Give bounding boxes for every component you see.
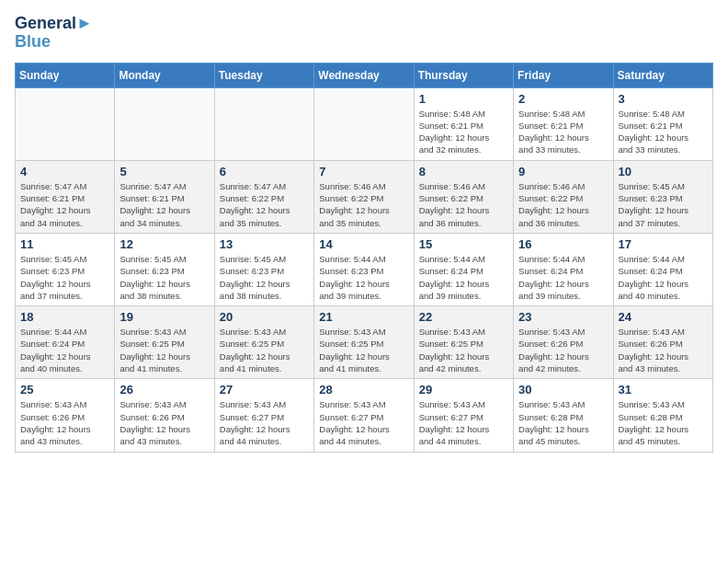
day-info: Sunrise: 5:47 AM Sunset: 6:21 PM Dayligh…	[119, 180, 209, 229]
day-number: 25	[20, 383, 109, 396]
day-number: 31	[619, 383, 708, 396]
calendar-cell: 5Sunrise: 5:47 AM Sunset: 6:21 PM Daylig…	[115, 160, 214, 233]
calendar-cell: 4Sunrise: 5:47 AM Sunset: 6:21 PM Daylig…	[16, 160, 115, 233]
day-number: 11	[20, 237, 109, 251]
calendar-cell: 12Sunrise: 5:45 AM Sunset: 6:23 PM Dayli…	[115, 233, 214, 305]
day-number: 12	[119, 237, 209, 251]
day-number: 30	[518, 383, 608, 396]
weekday-header-friday: Friday	[514, 63, 613, 87]
logo-text: General► Blue	[15, 15, 93, 52]
calendar-cell: 16Sunrise: 5:44 AM Sunset: 6:24 PM Dayli…	[514, 233, 613, 305]
day-number: 28	[319, 383, 408, 396]
day-info: Sunrise: 5:44 AM Sunset: 6:24 PM Dayligh…	[619, 253, 708, 302]
day-info: Sunrise: 5:48 AM Sunset: 6:21 PM Dayligh…	[619, 108, 708, 156]
weekday-header-saturday: Saturday	[613, 63, 712, 87]
calendar-cell: 10Sunrise: 5:45 AM Sunset: 6:23 PM Dayli…	[613, 160, 712, 233]
weekday-header-sunday: Sunday	[16, 63, 115, 87]
calendar-cell: 11Sunrise: 5:45 AM Sunset: 6:23 PM Dayli…	[16, 233, 115, 305]
day-number: 4	[20, 165, 109, 178]
calendar-week-3: 11Sunrise: 5:45 AM Sunset: 6:23 PM Dayli…	[16, 233, 713, 305]
day-info: Sunrise: 5:46 AM Sunset: 6:22 PM Dayligh…	[319, 180, 408, 229]
day-info: Sunrise: 5:43 AM Sunset: 6:27 PM Dayligh…	[419, 398, 508, 447]
day-number: 26	[119, 383, 209, 396]
day-number: 2	[518, 92, 608, 106]
day-info: Sunrise: 5:43 AM Sunset: 6:28 PM Dayligh…	[619, 398, 708, 447]
day-info: Sunrise: 5:44 AM Sunset: 6:24 PM Dayligh…	[20, 326, 109, 374]
day-number: 19	[119, 310, 209, 324]
day-number: 21	[319, 310, 408, 324]
day-number: 22	[419, 310, 508, 324]
day-number: 24	[619, 310, 708, 324]
page-header: General► Blue	[15, 15, 713, 52]
day-info: Sunrise: 5:43 AM Sunset: 6:25 PM Dayligh…	[220, 326, 309, 374]
day-info: Sunrise: 5:48 AM Sunset: 6:21 PM Dayligh…	[419, 108, 508, 156]
logo: General► Blue	[15, 15, 93, 52]
calendar-cell: 7Sunrise: 5:46 AM Sunset: 6:22 PM Daylig…	[314, 160, 414, 233]
calendar-cell: 29Sunrise: 5:43 AM Sunset: 6:27 PM Dayli…	[414, 379, 513, 452]
day-info: Sunrise: 5:43 AM Sunset: 6:26 PM Dayligh…	[518, 326, 608, 374]
day-info: Sunrise: 5:43 AM Sunset: 6:27 PM Dayligh…	[319, 398, 408, 447]
day-number: 20	[220, 310, 309, 324]
calendar-cell: 26Sunrise: 5:43 AM Sunset: 6:26 PM Dayli…	[115, 379, 214, 452]
calendar-cell: 20Sunrise: 5:43 AM Sunset: 6:25 PM Dayli…	[214, 306, 313, 379]
calendar-cell: 14Sunrise: 5:44 AM Sunset: 6:23 PM Dayli…	[314, 233, 414, 305]
calendar-cell: 17Sunrise: 5:44 AM Sunset: 6:24 PM Dayli…	[613, 233, 712, 305]
calendar-cell: 25Sunrise: 5:43 AM Sunset: 6:26 PM Dayli…	[16, 379, 115, 452]
day-info: Sunrise: 5:43 AM Sunset: 6:25 PM Dayligh…	[319, 326, 408, 374]
day-number: 13	[220, 237, 309, 251]
day-number: 6	[220, 165, 309, 178]
day-info: Sunrise: 5:43 AM Sunset: 6:27 PM Dayligh…	[220, 398, 309, 447]
day-info: Sunrise: 5:43 AM Sunset: 6:26 PM Dayligh…	[119, 398, 209, 447]
day-number: 7	[319, 165, 408, 178]
calendar-table: SundayMondayTuesdayWednesdayThursdayFrid…	[15, 63, 713, 453]
calendar-week-4: 18Sunrise: 5:44 AM Sunset: 6:24 PM Dayli…	[16, 306, 713, 379]
calendar-cell: 28Sunrise: 5:43 AM Sunset: 6:27 PM Dayli…	[314, 379, 414, 452]
day-number: 16	[518, 237, 608, 251]
weekday-header-monday: Monday	[115, 63, 214, 87]
day-info: Sunrise: 5:45 AM Sunset: 6:23 PM Dayligh…	[119, 253, 209, 302]
day-info: Sunrise: 5:43 AM Sunset: 6:26 PM Dayligh…	[20, 398, 109, 447]
calendar-cell	[314, 87, 414, 160]
day-info: Sunrise: 5:47 AM Sunset: 6:21 PM Dayligh…	[20, 180, 109, 229]
day-number: 17	[619, 237, 708, 251]
calendar-cell: 18Sunrise: 5:44 AM Sunset: 6:24 PM Dayli…	[16, 306, 115, 379]
logo-line2: Blue	[15, 33, 93, 52]
day-info: Sunrise: 5:45 AM Sunset: 6:23 PM Dayligh…	[220, 253, 309, 302]
day-info: Sunrise: 5:45 AM Sunset: 6:23 PM Dayligh…	[20, 253, 109, 302]
day-number: 18	[20, 310, 109, 324]
day-number: 14	[319, 237, 408, 251]
day-number: 3	[619, 92, 708, 106]
calendar-cell: 27Sunrise: 5:43 AM Sunset: 6:27 PM Dayli…	[214, 379, 313, 452]
calendar-cell: 3Sunrise: 5:48 AM Sunset: 6:21 PM Daylig…	[613, 87, 712, 160]
day-info: Sunrise: 5:46 AM Sunset: 6:22 PM Dayligh…	[419, 180, 508, 229]
calendar-cell: 22Sunrise: 5:43 AM Sunset: 6:25 PM Dayli…	[414, 306, 513, 379]
calendar-cell: 30Sunrise: 5:43 AM Sunset: 6:28 PM Dayli…	[514, 379, 613, 452]
day-info: Sunrise: 5:44 AM Sunset: 6:24 PM Dayligh…	[419, 253, 508, 302]
weekday-header-row: SundayMondayTuesdayWednesdayThursdayFrid…	[16, 63, 713, 87]
calendar-cell: 9Sunrise: 5:46 AM Sunset: 6:22 PM Daylig…	[514, 160, 613, 233]
day-info: Sunrise: 5:43 AM Sunset: 6:28 PM Dayligh…	[518, 398, 608, 447]
day-info: Sunrise: 5:44 AM Sunset: 6:24 PM Dayligh…	[518, 253, 608, 302]
weekday-header-wednesday: Wednesday	[314, 63, 414, 87]
day-info: Sunrise: 5:47 AM Sunset: 6:22 PM Dayligh…	[220, 180, 309, 229]
day-number: 23	[518, 310, 608, 324]
day-number: 27	[220, 383, 309, 396]
day-number: 1	[419, 92, 508, 106]
day-info: Sunrise: 5:44 AM Sunset: 6:23 PM Dayligh…	[319, 253, 408, 302]
calendar-cell: 6Sunrise: 5:47 AM Sunset: 6:22 PM Daylig…	[214, 160, 313, 233]
calendar-cell: 15Sunrise: 5:44 AM Sunset: 6:24 PM Dayli…	[414, 233, 513, 305]
day-info: Sunrise: 5:43 AM Sunset: 6:25 PM Dayligh…	[119, 326, 209, 374]
day-info: Sunrise: 5:48 AM Sunset: 6:21 PM Dayligh…	[518, 108, 608, 156]
calendar-week-2: 4Sunrise: 5:47 AM Sunset: 6:21 PM Daylig…	[16, 160, 713, 233]
calendar-cell	[214, 87, 313, 160]
calendar-cell	[16, 87, 115, 160]
day-info: Sunrise: 5:43 AM Sunset: 6:26 PM Dayligh…	[619, 326, 708, 374]
calendar-week-5: 25Sunrise: 5:43 AM Sunset: 6:26 PM Dayli…	[16, 379, 713, 452]
day-info: Sunrise: 5:45 AM Sunset: 6:23 PM Dayligh…	[619, 180, 708, 229]
day-number: 9	[518, 165, 608, 178]
calendar-cell: 1Sunrise: 5:48 AM Sunset: 6:21 PM Daylig…	[414, 87, 513, 160]
logo-line1: General►	[15, 15, 93, 33]
calendar-week-1: 1Sunrise: 5:48 AM Sunset: 6:21 PM Daylig…	[16, 87, 713, 160]
calendar-cell: 19Sunrise: 5:43 AM Sunset: 6:25 PM Dayli…	[115, 306, 214, 379]
weekday-header-thursday: Thursday	[414, 63, 513, 87]
